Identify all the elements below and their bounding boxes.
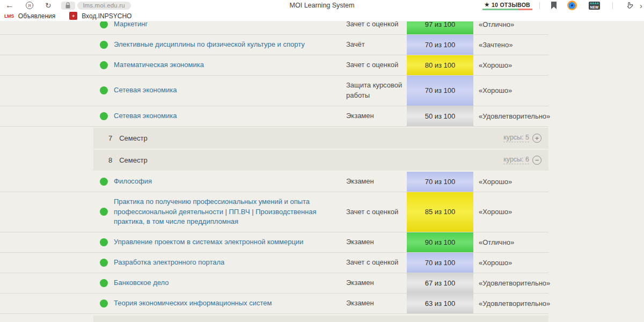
course-link[interactable]: Элективные дисциплины по физической куль…	[114, 35, 346, 55]
course-link[interactable]: Разработка электронного портала	[114, 253, 346, 273]
grade-text: «Хорошо»	[473, 253, 548, 273]
status-cell	[0, 232, 114, 252]
status-cell	[0, 172, 114, 192]
next-semester-bar[interactable]	[93, 316, 548, 322]
bookmark-label: Вход.INPSYCHO	[82, 12, 131, 20]
lms-favicon-icon: LMS	[4, 13, 14, 19]
toolbar-divider	[612, 2, 613, 9]
star-icon: ★	[485, 2, 489, 8]
assessment-type: Зачет с оценкой	[346, 253, 407, 273]
semester-label: Семестр	[119, 134, 147, 142]
assessment-type: Экзамен	[346, 232, 407, 252]
status-cell	[0, 273, 114, 293]
course-link[interactable]: Управление проектом в системах электронн…	[114, 232, 346, 252]
yandex-browser-icon[interactable]: Я	[26, 2, 33, 9]
status-cell	[0, 35, 114, 55]
gesture-hand-icon[interactable]	[625, 1, 634, 10]
status-cell	[0, 192, 114, 232]
minus-circle-icon[interactable]: −	[532, 156, 541, 165]
score-badge: 85 из 100	[407, 192, 473, 232]
score-badge: 70 из 100	[407, 172, 473, 192]
semester-header-row[interactable]: 8 Семестр курсы: 6 −	[93, 150, 548, 171]
completed-dot-icon	[100, 208, 108, 216]
semester-header-row[interactable]: 7 Семестр курсы: 5 +	[93, 128, 548, 149]
course-link[interactable]: Банковское дело	[114, 273, 346, 293]
completed-dot-icon	[100, 279, 108, 287]
course-row: Банковское дело Экзамен 67 из 100 «Удовл…	[0, 273, 548, 294]
course-link[interactable]: Сетевая экономика	[114, 76, 346, 106]
status-cell	[0, 76, 114, 106]
grade-text: «Удовлетворительно»	[473, 273, 550, 293]
course-row: Сетевая экономика Защита курсовой работы…	[0, 76, 548, 106]
assessment-type: Зачет с оценкой	[346, 192, 407, 232]
bookmark-flag-icon[interactable]	[551, 2, 557, 9]
grade-text: «Хорошо»	[473, 172, 548, 192]
courses-count-link[interactable]: курсы: 5	[503, 134, 529, 142]
browser-toolbar: ← Я ↻ lms.moi.edu.ru MOI Learning System…	[0, 0, 644, 11]
course-row: Маркетинг Зачет с оценкой 97 из 100 «Отл…	[0, 21, 548, 35]
grade-text: «Зачтено»	[473, 35, 548, 55]
score-badge: 80 из 100	[407, 55, 473, 75]
course-link[interactable]: Маркетинг	[114, 21, 346, 34]
score-badge: 70 из 100	[407, 35, 473, 55]
assessment-type: Экзамен	[346, 273, 407, 293]
grade-text: «Удовлетворительно»	[473, 294, 550, 313]
extension-icon[interactable]	[567, 1, 577, 10]
course-row: Практика по получению профессиональных у…	[0, 192, 548, 233]
score-badge: 63 из 100	[407, 294, 473, 313]
assessment-type: Защита курсовой работы	[346, 76, 407, 106]
assessment-type: Экзамен	[346, 294, 407, 313]
partial-icon[interactable]: ›	[640, 1, 644, 10]
bookmark-label: Объявления	[18, 12, 55, 20]
browser-window: ← Я ↻ lms.moi.edu.ru MOI Learning System…	[0, 0, 644, 322]
semester-number: 8	[108, 156, 112, 164]
course-link[interactable]: Философия	[114, 172, 346, 192]
new-badge-label: NEW	[589, 5, 600, 9]
score-badge: 90 из 100	[407, 232, 473, 252]
status-cell	[0, 253, 114, 273]
rating-bar	[482, 9, 532, 10]
course-link[interactable]: Сетевая экономика	[114, 106, 346, 126]
completed-dot-icon	[100, 21, 108, 28]
course-row: Элективные дисциплины по физической куль…	[0, 35, 548, 55]
grade-text: «Отлично»	[473, 232, 548, 252]
score-badge: 97 из 100	[407, 21, 473, 34]
status-cell	[0, 106, 114, 126]
assessment-type: Экзамен	[346, 172, 407, 192]
status-cell	[0, 294, 114, 313]
assessment-type: Зачет с оценкой	[346, 21, 407, 34]
courses-count-link[interactable]: курсы: 6	[503, 156, 529, 164]
completed-dot-icon	[100, 299, 108, 308]
assessment-type: Зачет с оценкой	[346, 55, 407, 75]
course-link[interactable]: Математическая экономика	[114, 55, 346, 75]
semester-controls: курсы: 5 +	[503, 134, 548, 143]
bookmark-login[interactable]: ✦ Вход.INPSYCHO	[69, 12, 131, 20]
grade-text: «Удовлетворительно»	[473, 106, 550, 126]
assessment-type: Зачёт	[346, 35, 407, 55]
back-icon[interactable]: ←	[5, 1, 14, 10]
grade-table: Маркетинг Зачет с оценкой 97 из 100 «Отл…	[0, 21, 548, 314]
completed-dot-icon	[100, 61, 108, 69]
course-link[interactable]: Практика по получению профессиональных у…	[114, 192, 346, 232]
plus-circle-icon[interactable]: +	[532, 134, 541, 143]
assessment-type: Экзамен	[346, 106, 407, 126]
semester-number: 7	[108, 134, 112, 142]
bookmark-announcements[interactable]: LMS Объявления	[4, 12, 55, 20]
completed-dot-icon	[100, 86, 108, 94]
refresh-icon[interactable]: ↻	[45, 2, 52, 9]
reviews-button[interactable]: ★ 10 ОТЗЫВОВ	[482, 2, 532, 10]
ssl-lock-pill[interactable]	[61, 2, 75, 10]
address-bar[interactable]: lms.moi.edu.ru	[77, 2, 131, 10]
completed-dot-icon	[100, 112, 108, 120]
new-extension-icon[interactable]: NEW	[589, 2, 600, 10]
grade-text: «Хорошо»	[473, 76, 548, 106]
course-row: Философия Экзамен 70 из 100 «Хорошо»	[0, 172, 548, 192]
reviews-label: 10 ОТЗЫВОВ	[492, 2, 530, 8]
course-link[interactable]: Теория экономических информационных сист…	[114, 294, 346, 313]
course-row: Математическая экономика Зачет с оценкой…	[0, 55, 548, 76]
status-cell	[0, 55, 114, 75]
course-row: Управление проектом в системах электронн…	[0, 232, 548, 253]
completed-dot-icon	[100, 178, 108, 186]
grade-text: «Хорошо»	[473, 192, 548, 232]
crown-icon	[590, 2, 599, 4]
